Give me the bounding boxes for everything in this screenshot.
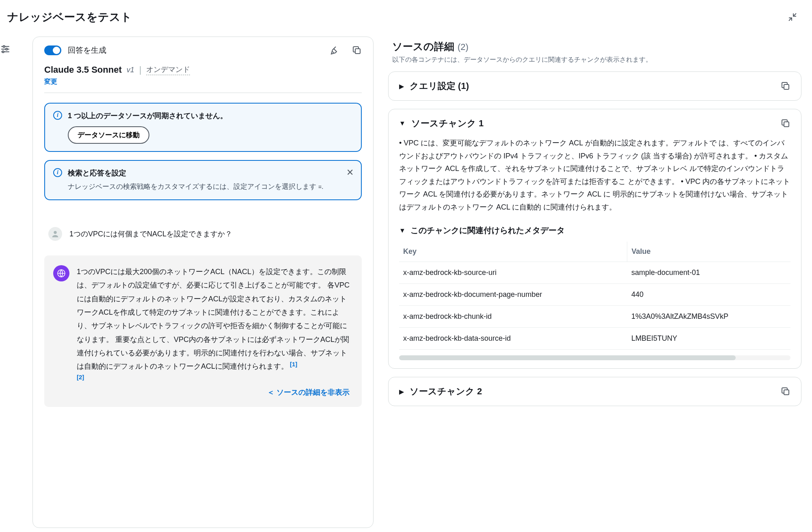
generate-answer-label: 回答を生成 xyxy=(68,45,324,56)
assistant-message-text: 1つのVPCには最大200個のネットワークACL（NACL）を設定できます。この… xyxy=(77,268,350,370)
sliders-inline-icon: ≡ xyxy=(318,182,322,191)
svg-point-1 xyxy=(3,45,5,47)
table-row: x-amz-bedrock-kb-data-source-id LMBEI5TU… xyxy=(399,328,790,350)
horizontal-scrollbar[interactable] xyxy=(399,355,790,360)
source-details-subtitle: 以下の各コンテナには、データソースからのクエリに関連するチャンクが表示されます。 xyxy=(388,56,801,71)
assistant-message: 1つのVPCには最大200個のネットワークACL（NACL）を設定できます。この… xyxy=(44,255,362,407)
sync-warning-box: i 1 つ以上のデータソースが同期されていません。 データソースに移動 xyxy=(44,103,362,152)
svg-rect-11 xyxy=(784,122,789,127)
copy-icon[interactable] xyxy=(352,45,362,55)
info-icon: i xyxy=(53,168,62,177)
metadata-col-value: Value xyxy=(627,242,790,262)
user-message-text: 1つのVPCには何個までNACLを設定できますか？ xyxy=(69,229,232,239)
metadata-title: このチャンクに関連付けられたメタデータ xyxy=(410,225,565,236)
svg-line-6 xyxy=(333,52,334,53)
source-chunk-2-title: ソースチャンク 2 xyxy=(410,385,775,398)
generate-answer-toggle[interactable] xyxy=(44,45,61,55)
user-message: 1つのVPCには何個までNACLを設定できますか？ xyxy=(44,220,362,248)
caret-down-icon: ▼ xyxy=(399,120,406,127)
model-version: v1 xyxy=(127,66,134,74)
source-chunk-2-section[interactable]: ▶ ソースチャンク 2 xyxy=(388,377,801,406)
svg-rect-12 xyxy=(784,390,789,395)
query-settings-title: クエリ設定 (1) xyxy=(410,80,775,92)
caret-down-icon: ▼ xyxy=(399,227,406,234)
model-name: Claude 3.5 Sonnet xyxy=(44,65,122,75)
metadata-col-key: Key xyxy=(399,242,627,262)
page-title: ナレッジベースをテスト xyxy=(7,10,132,24)
change-model-link[interactable]: 変更 xyxy=(42,75,364,91)
caret-right-icon: ▶ xyxy=(399,82,404,90)
config-info-text: ナレッジベースの検索戦略をカスタマイズするには、設定アイコンを選択します ≡. xyxy=(68,181,353,192)
settings-sliders-icon[interactable] xyxy=(0,44,32,54)
go-to-datasource-button[interactable]: データソースに移動 xyxy=(68,126,149,144)
close-icon[interactable]: ✕ xyxy=(346,167,354,178)
caret-right-icon: ▶ xyxy=(399,388,404,396)
source-chunk-1-section: ▼ ソースチャンク 1 • VPC には、変更可能なデフォルトのネットワーク A… xyxy=(388,109,801,369)
hide-source-details-link[interactable]: ＜ ソースの詳細を非表示 xyxy=(77,383,353,397)
citation-1[interactable]: [1] xyxy=(290,361,297,368)
svg-rect-10 xyxy=(784,84,789,89)
model-mode[interactable]: オンデマンド xyxy=(146,65,190,75)
table-row: x-amz-bedrock-kb-document-page-number 44… xyxy=(399,284,790,306)
metadata-table: Key Value x-amz-bedrock-kb-source-uri sa… xyxy=(399,242,790,350)
collapse-panel-icon[interactable] xyxy=(788,12,797,22)
svg-rect-7 xyxy=(355,49,360,54)
table-row: x-amz-bedrock-kb-source-uri sample-docum… xyxy=(399,262,790,284)
copy-icon[interactable] xyxy=(781,387,790,396)
source-chunk-1-header[interactable]: ▼ ソースチャンク 1 xyxy=(399,117,790,130)
ai-avatar-icon xyxy=(53,265,69,281)
svg-point-8 xyxy=(54,231,56,234)
svg-point-3 xyxy=(6,48,7,50)
config-info-title: 検索と応答を設定 xyxy=(68,168,353,178)
source-details-count: (2) xyxy=(458,42,469,52)
source-details-title: ソースの詳細 xyxy=(392,40,454,53)
config-info-box: ✕ i 検索と応答を設定 ナレッジベースの検索戦略をカスタマイズするには、設定ア… xyxy=(44,160,362,200)
copy-icon[interactable] xyxy=(781,119,790,128)
user-avatar-icon xyxy=(48,227,62,241)
metadata-header[interactable]: ▼ このチャンクに関連付けられたメタデータ xyxy=(399,225,790,236)
broom-icon[interactable] xyxy=(330,45,340,55)
copy-icon[interactable] xyxy=(781,81,790,91)
query-settings-section[interactable]: ▶ クエリ設定 (1) xyxy=(388,71,801,101)
svg-point-5 xyxy=(2,51,4,52)
citation-2[interactable]: [2] xyxy=(77,374,84,381)
sync-warning-text: 1 つ以上のデータソースが同期されていません。 xyxy=(68,111,353,121)
source-chunk-1-title: ソースチャンク 1 xyxy=(411,117,775,130)
info-icon: i xyxy=(53,111,62,120)
table-row: x-amz-bedrock-kb-chunk-id 1%3A0%3AltZAkZ… xyxy=(399,306,790,328)
source-chunk-1-body: • VPC には、変更可能なデフォルトのネットワーク ACL が自動的に設定され… xyxy=(399,137,790,214)
